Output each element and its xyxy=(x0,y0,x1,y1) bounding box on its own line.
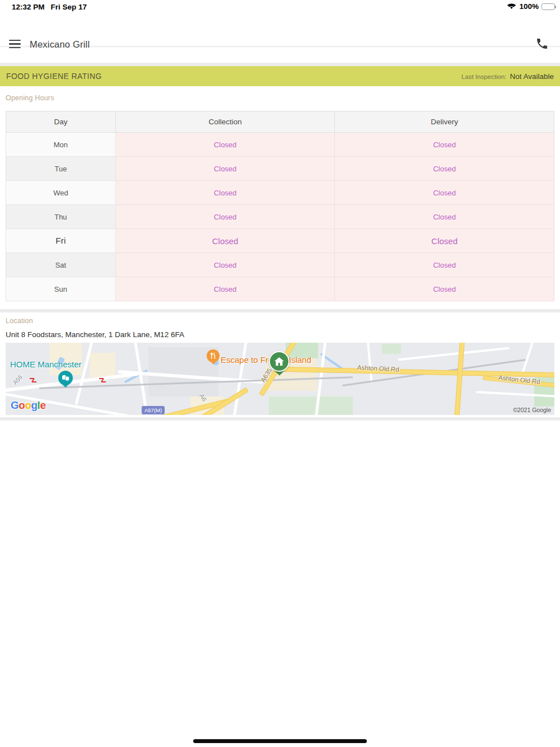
location-label: Location xyxy=(6,317,33,325)
column-header-collection: Collection xyxy=(115,111,335,133)
restaurant-location-pin[interactable] xyxy=(269,351,290,372)
day-cell: Thu xyxy=(6,205,116,229)
collection-status-cell: Closed xyxy=(115,253,335,277)
home-indicator[interactable] xyxy=(193,739,367,743)
table-header-row: Day Collection Delivery xyxy=(6,111,554,133)
google-logo[interactable]: Google xyxy=(11,399,45,412)
last-inspection-value: Not Available xyxy=(510,72,554,81)
section-divider xyxy=(0,309,560,312)
last-inspection-label: Last Inspection: xyxy=(461,73,507,80)
table-row: SatClosedClosed xyxy=(6,253,554,277)
day-cell: Mon xyxy=(6,133,116,157)
map-park-patch xyxy=(269,396,353,415)
map-park-patch xyxy=(382,344,401,354)
map-road xyxy=(133,343,149,415)
delivery-status-cell: Closed xyxy=(335,253,554,277)
theatre-poi-pin[interactable] xyxy=(58,371,73,385)
battery-percent: 100% xyxy=(519,2,539,11)
table-row: TueClosedClosed xyxy=(6,157,554,181)
day-cell: Tue xyxy=(6,157,116,181)
restaurant-address: Unit 8 Foodstars, Manchester, 1 Dark Lan… xyxy=(6,330,184,339)
poi-label-home-manchester[interactable]: HOME Manchester xyxy=(10,360,82,369)
map-road xyxy=(398,347,509,361)
table-row: ThuClosedClosed xyxy=(6,205,554,229)
home-icon xyxy=(274,357,284,366)
app-header: Mexicano Grill xyxy=(0,15,560,46)
delivery-status-cell: Closed xyxy=(335,277,554,301)
collection-status-cell: Closed xyxy=(115,229,335,253)
delivery-status-cell: Closed xyxy=(335,229,554,253)
map-area-patch xyxy=(90,353,115,377)
table-row: FriClosedClosed xyxy=(6,229,554,253)
collection-status-cell: Closed xyxy=(115,133,335,157)
opening-hours-table: Day Collection Delivery MonClosedClosedT… xyxy=(6,111,554,301)
day-cell: Sat xyxy=(6,253,116,277)
hygiene-title: FOOD HYGIENE RATING xyxy=(6,72,102,81)
poi-label-escape-freight-island[interactable]: Escape to Freight Island xyxy=(221,355,311,365)
wifi-icon xyxy=(507,3,516,10)
delivery-status-cell: Closed xyxy=(335,181,554,205)
status-date: Fri Sep 17 xyxy=(51,3,87,11)
delivery-status-cell: Closed xyxy=(335,133,554,157)
collection-status-cell: Closed xyxy=(115,205,335,229)
day-cell: Sun xyxy=(6,277,116,301)
status-time: 12:32 PM xyxy=(12,3,45,11)
food-hygiene-banner: FOOD HYGIENE RATING Last Inspection: Not… xyxy=(0,66,560,86)
day-cell: Wed xyxy=(6,181,116,205)
location-map[interactable]: HOME Manchester A56 Escape to Freight Is… xyxy=(6,343,554,415)
battery-icon xyxy=(542,3,555,10)
delivery-status-cell: Closed xyxy=(335,205,554,229)
rail-station-icon xyxy=(99,377,106,383)
rail-station-icon xyxy=(29,377,37,383)
delivery-status-cell: Closed xyxy=(335,157,554,181)
column-header-day: Day xyxy=(6,111,116,133)
restaurant-title: Mexicano Grill xyxy=(30,39,90,50)
collection-status-cell: Closed xyxy=(115,157,335,181)
collection-status-cell: Closed xyxy=(115,181,335,205)
status-bar: 12:32 PM Fri Sep 17 100% xyxy=(0,0,560,15)
section-divider xyxy=(0,417,560,421)
opening-hours-label: Opening Hours xyxy=(6,94,54,102)
column-header-delivery: Delivery xyxy=(335,111,554,133)
road-label-a56: A56 xyxy=(12,374,24,386)
opening-hours-body: MonClosedClosedTueClosedClosedWedClosedC… xyxy=(6,133,554,301)
table-row: SunClosedClosed xyxy=(6,277,554,301)
table-row: MonClosedClosed xyxy=(6,133,554,157)
map-road xyxy=(367,343,373,383)
map-copyright: ©2021 Google xyxy=(513,407,551,413)
call-button[interactable] xyxy=(535,37,550,52)
restaurant-poi-pin[interactable] xyxy=(207,349,220,362)
day-cell: Fri xyxy=(6,229,116,253)
collection-status-cell: Closed xyxy=(115,277,335,301)
menu-button[interactable] xyxy=(9,40,21,48)
table-row: WedClosedClosed xyxy=(6,181,554,205)
road-shield-a57m: A57(M) xyxy=(142,406,165,414)
